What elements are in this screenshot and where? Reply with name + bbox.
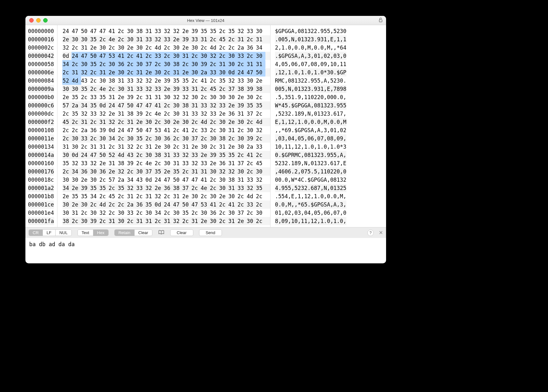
offset-cell: 000000f2	[28, 118, 54, 126]
help-button[interactable]: ?	[367, 230, 374, 236]
hex-bytes-column[interactable]: 2447504747412c3038313332322e3935352c3532…	[57, 25, 270, 227]
ascii-row: 4.955,5232.687,N,01325	[275, 184, 346, 192]
hex-row[interactable]: 2e3535342c452c312c31322c312e302c302e302c…	[63, 192, 270, 200]
hex-row[interactable]: 30302e302c572a34430d2447504747412c303831…	[63, 176, 270, 184]
send-button[interactable]: Send	[199, 229, 222, 236]
hex-row[interactable]: 353233322e3138392c4e2c30313332332e363137…	[63, 159, 270, 167]
ascii-row: W*45.$GPGGA,081323.955	[275, 101, 346, 110]
hex-row[interactable]: 2447504747412c3038313332322e3935352c3532…	[63, 27, 270, 35]
mode-segment[interactable]: Text Hex	[77, 229, 109, 236]
hex-row[interactable]: 342c30352c30362c30372c30382c30392c31302c…	[63, 60, 270, 68]
offset-cell: 000000b0	[28, 93, 54, 101]
hex-row[interactable]: 524d432c3038313332322e3935352c412c353233…	[63, 77, 270, 85]
ascii-row: 2,1.0,0.0,M,0.0,M,,*64	[275, 44, 346, 52]
offset-cell: 00000000	[28, 27, 54, 35]
offset-cell: 00000016	[28, 35, 54, 44]
ascii-row: ,4606.2,075.5,110220,0	[275, 167, 346, 176]
clear-output-button[interactable]: Clear	[135, 230, 152, 236]
titlebar: Hex View — 101x24	[25, 16, 386, 25]
ascii-row: 10,11,12,1.0,1.0,1.0*3	[275, 143, 346, 151]
offset-cell: 00000108	[28, 126, 54, 134]
ascii-row: 0.$GPRMC,081323.955,A,	[275, 151, 346, 159]
offset-cell: 0000018c	[28, 176, 54, 184]
retain-button[interactable]: Retain	[115, 230, 135, 236]
hex-row[interactable]: 0d2447504753412c412c332c30312c30322c3033…	[63, 52, 270, 60]
close-panel-icon[interactable]: ✕	[379, 230, 383, 236]
offset-cell: 000000c6	[28, 101, 54, 110]
offset-cell: 00000084	[28, 77, 54, 85]
offset-cell: 0000011e	[28, 134, 54, 143]
toolbar: CR LF NUL Text Hex Retain Clear Clear Se…	[25, 227, 386, 238]
hex-row[interactable]: 2c31322c312e302c312e302c312e302a33300d24…	[63, 68, 270, 77]
minimize-icon[interactable]	[36, 18, 41, 23]
mode-text[interactable]: Text	[78, 230, 93, 236]
ascii-row: E,1,12,1.0,0.0,M,0.0,M	[275, 118, 346, 126]
ascii-row: .005,N,01323.931,E,1,1	[275, 35, 346, 44]
hex-row[interactable]: 2c30332c30342c30352c30362c30372c30382c30…	[63, 134, 270, 143]
offset-cell: 00000160	[28, 159, 54, 167]
ascii-row: ,5232.189,N,01323.617,	[275, 110, 346, 118]
ascii-row: .554,E,1,12,1.0,0.0,M,	[275, 192, 346, 200]
ascii-row: RMC,081322.955,A,5230.	[275, 77, 346, 85]
offset-cell: 000000dc	[28, 110, 54, 118]
offset-cell: 0000006e	[28, 68, 54, 77]
hex-row[interactable]: 452c312c31322c312e302c302e302c4d2c302e30…	[63, 118, 270, 126]
ascii-row: 00.0,W*4C.$GPGGA,08132	[275, 176, 346, 184]
hex-row[interactable]: 2c353233322e3138392c4e2c30313332332e3631…	[63, 110, 270, 118]
hex-row[interactable]: 300d244750524d432c3038313332332e3935352c…	[63, 151, 270, 159]
offset-cell: 000001ce	[28, 200, 54, 209]
offset-cell: 00000134	[28, 143, 54, 151]
hex-row[interactable]: 30312c30322c30332c30342c30352c30362c3037…	[63, 209, 270, 217]
offset-cell: 0000009a	[28, 85, 54, 93]
offset-cell: 0000002c	[28, 44, 54, 52]
hex-input-field[interactable]: ba db ad da da	[25, 238, 386, 263]
hex-row[interactable]: 2c343630362e322c3037352e352c313130323230…	[63, 167, 270, 176]
ascii-row: $GPGGA,081322.955,5230	[275, 27, 346, 35]
offset-cell: 00000058	[28, 60, 54, 68]
hex-view-window: Hex View — 101x24 0000000000000016000000…	[25, 16, 386, 263]
ascii-row: ,,*69.$GPGSA,A,3,01,02	[275, 126, 346, 134]
ascii-row: 4,05,06,07,08,09,10,11	[275, 60, 346, 68]
hex-row[interactable]: 2e3030352c4e2c30313332332e3933312c452c31…	[63, 35, 270, 44]
line-ending-lf[interactable]: LF	[43, 230, 56, 236]
hex-dump: 00000000000000160000002c0000004200000058…	[25, 25, 386, 227]
ascii-row: ,12,1.0,1.0,1.0*30.$GP	[275, 68, 346, 77]
offset-cell: 00000176	[28, 167, 54, 176]
hex-row[interactable]: 2c2c2a36390d2447504753412c412c332c30312c…	[63, 126, 270, 134]
offset-column: 00000000000000160000002c0000004200000058…	[25, 25, 57, 227]
offset-cell: 0000014a	[28, 151, 54, 159]
ascii-row: .$GPGSA,A,3,01,02,03,0	[275, 52, 346, 60]
line-ending-cr[interactable]: CR	[29, 230, 43, 236]
mode-hex[interactable]: Hex	[93, 230, 108, 236]
ascii-row: 01,02,03,04,05,06,07,0	[275, 209, 346, 217]
hex-row[interactable]: 572a34350d2447504747412c3038313332332e39…	[63, 101, 270, 110]
hex-row[interactable]: 31302c31312c31322c312e302c312e302c312e30…	[63, 143, 270, 151]
hex-row[interactable]: 3030352c4e2c30313332332e3933312c452c3738…	[63, 85, 270, 93]
hex-row[interactable]: 2e352c3335312e392c3131303232302c3030302e…	[63, 93, 270, 101]
hex-row[interactable]: 322c312e302c302e302c4d2c302e302c4d2c2c2a…	[63, 44, 270, 52]
hex-row[interactable]: 382c30392c31302c31312c31322c312e302c312e…	[63, 217, 270, 225]
zoom-icon[interactable]	[43, 18, 48, 23]
clear-input-button[interactable]: Clear	[170, 229, 193, 236]
ascii-row: 5232.189,N,01323.617,E	[275, 159, 346, 167]
bookmark-icon[interactable]	[158, 230, 164, 236]
offset-cell: 00000042	[28, 52, 54, 60]
offset-cell: 000001a2	[28, 184, 54, 192]
lock-icon[interactable]	[378, 17, 383, 24]
ascii-row: 8,09,10,11,12,1.0,1.0,	[275, 217, 346, 225]
line-ending-nul[interactable]: NUL	[56, 230, 71, 236]
offset-cell: 000001b8	[28, 192, 54, 200]
offset-cell: 000001e4	[28, 209, 54, 217]
hex-row[interactable]: 302e302c4d2c2c2a36350d2447504753412c412c…	[63, 200, 270, 209]
hex-row[interactable]: 342e3935352c353233322e3638372c4e2c303133…	[63, 184, 270, 192]
ascii-row: .5,351.9,110220,000.0,	[275, 93, 346, 101]
ascii-row: 0.0,M,,*65.$GPGSA,A,3,	[275, 200, 346, 209]
retain-clear-segment[interactable]: Retain Clear	[114, 229, 152, 236]
ascii-column: $GPGGA,081322.955,5230.005,N,01323.931,E…	[270, 25, 350, 227]
ascii-row: ,03,04,05,06,07,08,09,	[275, 134, 346, 143]
offset-cell: 000001fa	[28, 217, 54, 225]
svg-rect-0	[379, 20, 382, 22]
ascii-row: 005,N,01323.931,E,7898	[275, 85, 346, 93]
line-ending-segment[interactable]: CR LF NUL	[29, 229, 72, 236]
close-icon[interactable]	[29, 18, 34, 23]
